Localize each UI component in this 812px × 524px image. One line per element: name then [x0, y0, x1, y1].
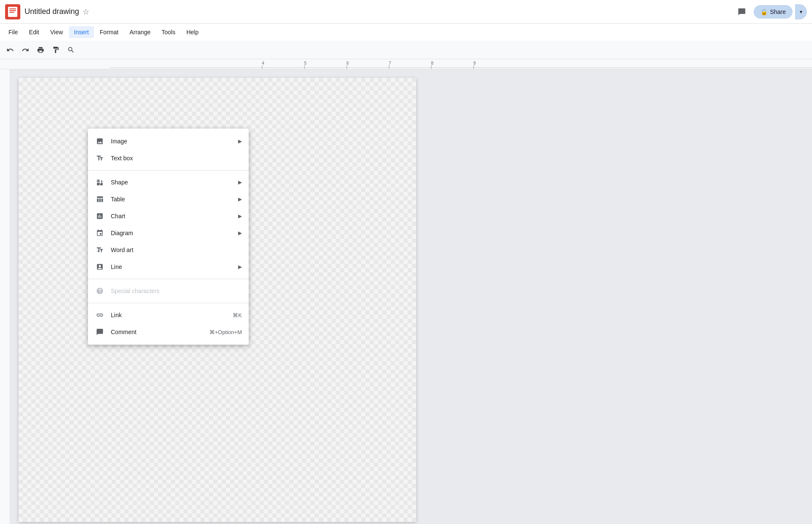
comment-shortcut: ⌘+Option+M [209, 329, 242, 335]
link-label: Link [111, 312, 233, 318]
table-icon [95, 194, 105, 204]
line-label: Line [111, 263, 238, 270]
line-arrow: ▶ [238, 264, 242, 270]
ruler-marks: 4 5 6 7 8 9 [110, 59, 812, 69]
comment-label: Comment [111, 329, 209, 335]
menu-section-4: Link ⌘K Comment ⌘+Option+M [88, 305, 249, 342]
title-actions: 🔒 Share ▾ [734, 4, 807, 19]
svg-rect-2 [9, 10, 16, 11]
line-icon [95, 262, 105, 272]
undo-button[interactable] [3, 43, 17, 57]
svg-text:A: A [97, 250, 99, 252]
wordart-icon: A [95, 245, 105, 255]
diagram-icon [95, 228, 105, 238]
title-bar: Untitled drawing ☆ 🔒 Share ▾ [0, 0, 812, 24]
menu-section-2: Shape ▶ Table ▶ Chart ▶ [88, 172, 249, 277]
diagram-arrow: ▶ [238, 230, 242, 236]
menu-section-3: Special characters [88, 281, 249, 301]
textbox-label: Text box [111, 155, 242, 162]
share-button[interactable]: 🔒 Share [754, 5, 793, 19]
redo-button[interactable] [19, 43, 32, 57]
ruler: 4 5 6 7 8 9 [0, 59, 812, 69]
zoom-button[interactable] [64, 43, 78, 57]
menu-section-1: Image ▶ Text box [88, 131, 249, 168]
menu-arrange[interactable]: Arrange [124, 26, 156, 38]
svg-rect-1 [9, 8, 16, 9]
insert-image-item[interactable]: Image ▶ [88, 133, 249, 150]
link-shortcut: ⌘K [233, 312, 242, 318]
divider-1 [88, 170, 249, 170]
menu-tools[interactable]: Tools [156, 26, 181, 38]
divider-2 [88, 279, 249, 279]
comment-icon [95, 327, 105, 337]
share-label: Share [770, 8, 786, 15]
shape-arrow: ▶ [238, 179, 242, 185]
insert-chart-item[interactable]: Chart ▶ [88, 208, 249, 225]
shape-label: Shape [111, 179, 238, 186]
insert-textbox-item[interactable]: Text box [88, 150, 249, 167]
svg-text:9: 9 [473, 61, 476, 66]
insert-line-item[interactable]: Line ▶ [88, 258, 249, 275]
svg-text:7: 7 [389, 61, 391, 66]
share-dropdown-arrow[interactable]: ▾ [795, 4, 807, 19]
special-chars-icon [95, 286, 105, 296]
link-icon [95, 310, 105, 320]
left-ruler [0, 69, 10, 524]
menu-help[interactable]: Help [181, 26, 204, 38]
menu-insert[interactable]: Insert [69, 26, 94, 38]
star-icon[interactable]: ☆ [82, 7, 89, 16]
diagram-label: Diagram [111, 230, 238, 236]
toolbar [0, 41, 812, 59]
menu-format[interactable]: Format [95, 26, 123, 38]
insert-diagram-item[interactable]: Diagram ▶ [88, 225, 249, 241]
chart-arrow: ▶ [238, 213, 242, 219]
insert-link-item[interactable]: Link ⌘K [88, 307, 249, 324]
insert-wordart-item[interactable]: A Word art [88, 241, 249, 258]
lock-icon: 🔒 [760, 8, 768, 15]
app-logo [5, 4, 20, 19]
menu-file[interactable]: File [3, 26, 23, 38]
insert-table-item[interactable]: Table ▶ [88, 191, 249, 208]
wordart-label: Word art [111, 247, 242, 253]
divider-3 [88, 303, 249, 303]
svg-text:5: 5 [304, 61, 307, 66]
menu-view[interactable]: View [45, 26, 68, 38]
image-icon [95, 136, 105, 146]
image-arrow: ▶ [238, 138, 242, 144]
svg-rect-3 [9, 12, 14, 13]
menu-edit[interactable]: Edit [24, 26, 44, 38]
svg-text:8: 8 [431, 61, 433, 66]
table-arrow: ▶ [238, 196, 242, 202]
insert-shape-item[interactable]: Shape ▶ [88, 174, 249, 191]
comment-history-button[interactable] [734, 4, 749, 19]
table-label: Table [111, 196, 238, 203]
textbox-icon [95, 153, 105, 163]
menu-bar: File Edit View Insert Format Arrange Too… [0, 24, 812, 41]
special-chars-label: Special characters [111, 288, 242, 294]
paint-format-button[interactable] [49, 43, 63, 57]
image-label: Image [111, 138, 238, 145]
chart-label: Chart [111, 213, 238, 219]
shape-icon [95, 177, 105, 187]
print-button[interactable] [34, 43, 47, 57]
svg-text:6: 6 [346, 61, 349, 66]
chart-icon [95, 211, 105, 221]
insert-special-chars-item: Special characters [88, 283, 249, 299]
canvas-area: Image ▶ Text box Shape ▶ [0, 69, 812, 524]
document-title: Untitled drawing [25, 7, 79, 16]
svg-text:4: 4 [262, 61, 264, 66]
insert-menu: Image ▶ Text box Shape ▶ [88, 129, 249, 345]
insert-comment-item[interactable]: Comment ⌘+Option+M [88, 324, 249, 340]
